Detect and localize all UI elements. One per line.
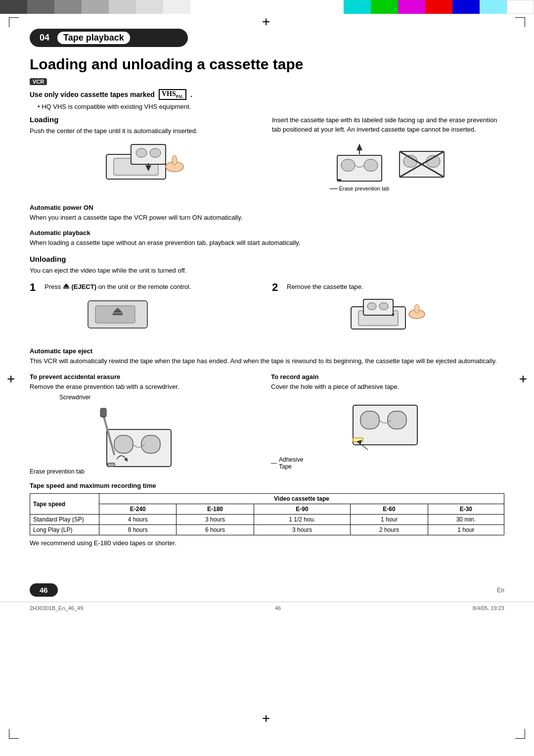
adhesive-label-group: — AdhesiveTape	[271, 456, 504, 470]
unloading-step2-col: 2 Remove the cassette tape.	[272, 282, 504, 340]
table-row: Standard Play (SP)4 hours3 hours1 1/2 ho…	[30, 515, 504, 525]
remove-cassette-diagram	[272, 297, 504, 336]
svg-rect-20	[63, 287, 69, 288]
auto-power-on-section: Automatic power ON When you insert a cas…	[30, 204, 504, 223]
row-val-4: 30 min.	[428, 515, 504, 525]
bar-color-cyan	[344, 0, 371, 14]
auto-playback-heading: Automatic playback	[30, 229, 504, 236]
step-1-content: Press (EJECT) on the unit or the remote …	[44, 282, 191, 334]
svg-rect-12	[364, 159, 378, 171]
lang-mark: En	[497, 587, 504, 594]
svg-rect-28	[367, 303, 376, 310]
vcr-badge: VCR	[30, 78, 47, 85]
loading-right-text: Insert the cassette tape with its labele…	[272, 115, 504, 135]
bar-seg-2	[27, 0, 54, 14]
bar-seg-1	[0, 0, 27, 14]
step-2-num: 2	[272, 282, 283, 293]
tape-table-body: Standard Play (SP)4 hours3 hours1 1/2 ho…	[30, 515, 504, 535]
svg-rect-36	[141, 435, 160, 453]
erase-tab-bottom-label: Erase prevention tab	[30, 468, 263, 475]
auto-power-on-text: When you insert a cassette tape the VCR …	[30, 213, 504, 223]
crosshair-bottom: +	[262, 710, 270, 726]
chapter-number: 04	[40, 33, 49, 43]
tape-col-E-30: E-30	[428, 504, 504, 515]
svg-point-31	[414, 304, 419, 313]
tape-text: Tape	[279, 463, 292, 470]
erase-tab-diagram: — Erase prevention tab	[272, 140, 504, 193]
vhs-text: Use only video cassette tapes marked	[30, 91, 155, 98]
bar-color-green	[371, 0, 398, 14]
prevent-erasure-heading: To prevent accidental erasure	[30, 373, 263, 380]
hq-vhs-bullet: • HQ VHS is compatible with existing VHS…	[38, 103, 504, 110]
svg-rect-39	[100, 408, 106, 417]
bar-color-white	[507, 0, 534, 14]
page-num-badge: 46	[30, 583, 58, 597]
auto-tape-eject-section: Automatic tape eject This VCR will autom…	[30, 347, 504, 366]
bar-color-magenta	[398, 0, 425, 14]
adhesive-diagram	[271, 395, 504, 455]
cassette-wrong-diagram	[397, 146, 446, 186]
step-2-content: Remove the cassette tape.	[287, 282, 363, 292]
tape-col-E-240: E-240	[99, 504, 177, 515]
page-footer: 46 En	[0, 578, 534, 602]
doc-date: 8/4/05, 19:23	[473, 605, 504, 611]
erase-tab-label: — Erase prevention tab	[330, 184, 390, 193]
loading-section: Loading Push the center of the tape unti…	[30, 115, 504, 197]
svg-point-7	[172, 155, 177, 165]
prevent-erasure-col: To prevent accidental erasure Remove the…	[30, 373, 263, 475]
svg-rect-29	[379, 303, 388, 310]
row-label: Standard Play (SP)	[30, 515, 99, 525]
step-1-num: 1	[30, 282, 41, 293]
eject-button-diagram	[44, 296, 191, 331]
bar-color-blue	[452, 0, 480, 14]
row-val-1: 6 hours	[177, 525, 254, 535]
svg-rect-4	[150, 148, 161, 157]
vhs-period: .	[190, 91, 192, 98]
chapter-header: 04 Tape playback	[30, 29, 188, 47]
reg-mark-br	[515, 729, 525, 739]
color-bars-top	[0, 0, 534, 14]
svg-rect-41	[360, 411, 379, 429]
bar-seg-4	[82, 0, 109, 14]
tape-speed-section: Tape speed and maximum recording time Ta…	[30, 482, 504, 547]
vhs-line: Use only video cassette tapes marked VHS…	[30, 89, 504, 100]
bar-seg-5	[109, 0, 136, 14]
tape-col-E-90: E-90	[254, 504, 351, 515]
eject-icon	[63, 283, 70, 289]
recommend-text: We recommend using E-180 video tapes or …	[30, 539, 504, 547]
row-val-4: 1 hour	[428, 525, 504, 535]
bar-seg-3	[54, 0, 82, 14]
main-content: 04 Tape playback Loading and unloading a…	[0, 14, 534, 573]
unloading-text: You can eject the video tape while the u…	[30, 266, 504, 276]
auto-playback-text: When loading a cassette tape without an …	[30, 238, 504, 248]
unloading-heading: Unloading	[30, 255, 504, 263]
adhesive-text: Adhesive	[279, 456, 303, 463]
tape-speed-col-header: Tape speed	[30, 494, 99, 515]
svg-rect-24	[113, 313, 123, 315]
row-val-3: 1 hour	[351, 515, 428, 525]
bar-color-red	[425, 0, 452, 14]
tape-col-E-60: E-60	[351, 504, 428, 515]
svg-rect-3	[136, 148, 147, 157]
doc-footer: 2H30301B_En_46_49 46 8/4/05, 19:23	[0, 602, 534, 614]
row-val-2: 1 1/2 hou.	[254, 515, 351, 525]
bar-left	[0, 0, 190, 14]
unloading-steps: 1 Press (EJECT) on the unit or the remot…	[30, 282, 504, 340]
chapter-title: Tape playback	[57, 32, 130, 44]
row-label: Long Play (LP)	[30, 525, 99, 535]
doc-id: 2H30301B_En_46_49	[30, 605, 83, 611]
svg-rect-35	[114, 435, 133, 453]
loading-right: Insert the cassette tape with its labele…	[272, 115, 504, 197]
auto-tape-eject-heading: Automatic tape eject	[30, 347, 504, 355]
bar-seg-6	[136, 0, 163, 14]
row-val-1: 3 hours	[177, 515, 254, 525]
auto-playback-section: Automatic playback When loading a casset…	[30, 229, 504, 248]
screwdriver-diagram	[30, 405, 263, 469]
vhs-logo: VHSPAL	[159, 89, 186, 100]
unloading-step1-col: 1 Press (EJECT) on the unit or the remot…	[30, 282, 262, 340]
tape-col-E-180: E-180	[177, 504, 254, 515]
row-val-0: 8 hours	[99, 525, 177, 535]
loading-diagram	[30, 140, 262, 189]
record-again-col: To record again Cover the hole with a pi…	[271, 373, 504, 475]
prevent-erasure-text: Remove the erase prevention tab with a s…	[30, 382, 263, 392]
